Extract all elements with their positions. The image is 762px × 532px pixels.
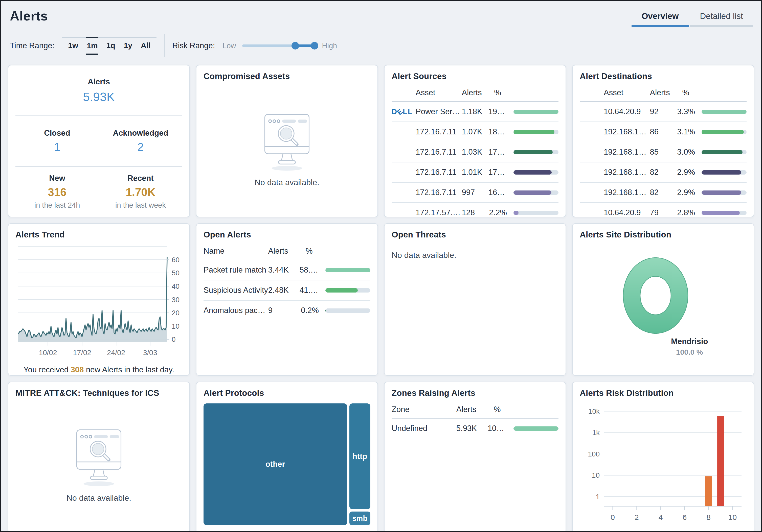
treemap-tile-other[interactable]: other — [203, 403, 347, 525]
site-percentage: 100.0 % — [671, 348, 708, 357]
pct-cell: 41.8% — [300, 286, 325, 295]
pct-cell: 17.0% — [489, 168, 513, 177]
open-threats-title: Open Threats — [392, 230, 559, 239]
risk-slider-handle-max[interactable] — [311, 42, 318, 49]
table-row[interactable]: DELL Power Series ... 1.18K 19.9% — [392, 102, 559, 122]
table-row[interactable]: 172.16.7.11 997 16.8% — [392, 183, 559, 203]
table-row[interactable]: Packet rule match 3.44K 58.1% — [203, 260, 370, 280]
table-row[interactable]: Undefined 5.93K 100.... — [392, 419, 559, 438]
svg-text:20: 20 — [172, 309, 180, 317]
asset-cell: 192.168.103.221 — [604, 188, 650, 197]
alerts-summary-card: Alerts 5.93K Closed 1 Acknowledged 2 New… — [8, 65, 190, 217]
asset-cell: 172.16.7.11 — [416, 127, 462, 136]
pct-bar — [702, 150, 747, 154]
tab-overview[interactable]: Overview — [631, 10, 689, 27]
time-range-option-1q[interactable]: 1q — [106, 37, 116, 54]
pct-cell: 17.4% — [489, 148, 513, 157]
alerts-cell: 997 — [462, 188, 489, 197]
table-row[interactable]: 172.16.7.11 1.07K 18.1% — [392, 122, 559, 142]
time-range-option-1y[interactable]: 1y — [123, 37, 133, 54]
asset-cell: 172.16.7.11 — [416, 188, 462, 197]
donut-slice-mendrisio[interactable] — [623, 258, 688, 333]
zones-title: Zones Raising Alerts — [392, 388, 559, 398]
table-row[interactable]: 192.168.103.221 86 3.1% — [580, 122, 747, 142]
time-range-option-1m[interactable]: 1m — [86, 36, 98, 55]
time-range-option-all[interactable]: All — [140, 37, 151, 54]
col-alerts: Alerts — [650, 88, 677, 97]
table-row[interactable]: Anomalous packets 9 0.2% — [203, 300, 370, 320]
filter-bar: Time Range: 1w 1m 1q 1y All Risk Range: … — [1, 27, 761, 65]
recent-sublabel: in the last week — [99, 201, 182, 209]
pct-bar — [702, 190, 747, 195]
pct-bar — [513, 150, 559, 154]
asset-cell: 172.16.7.11 — [416, 168, 462, 177]
pct-cell: 2.8% — [677, 208, 702, 217]
alerts-trend-footer: You received 308 new Alerts in the last … — [15, 365, 182, 374]
table-row[interactable]: 10.64.20.9 92 3.3% — [580, 102, 747, 122]
table-row[interactable]: 172.16.7.11 1.03K 17.4% — [392, 142, 559, 163]
pct-cell: 3.1% — [677, 127, 702, 136]
alerts-cell: 85 — [650, 148, 677, 157]
tab-detailed-list[interactable]: Detailed list — [689, 10, 754, 27]
mitre-title: MITRE ATT&CK: Techniques for ICS — [15, 388, 182, 398]
svg-text:6: 6 — [683, 513, 687, 521]
asset-cell: 192.168.103.221 — [604, 168, 650, 177]
alerts-status-section: Closed 1 Acknowledged 2 — [15, 115, 182, 166]
time-range-option-1w[interactable]: 1w — [67, 37, 79, 54]
risk-range-control: Low High — [222, 42, 337, 50]
zones-table: Zone Alerts % Undefined 5.93K 100.... — [392, 400, 559, 438]
page-title: Alerts — [10, 8, 48, 24]
risk-range-slider[interactable] — [242, 44, 316, 47]
risk-slider-handle-min[interactable] — [291, 42, 299, 49]
col-alerts: Alerts — [456, 405, 488, 414]
pct-cell: 2.9% — [677, 188, 702, 197]
compromised-assets-title: Compromised Assets — [203, 72, 370, 81]
col-pct: % — [488, 405, 513, 414]
svg-text:24/02: 24/02 — [107, 349, 125, 357]
dashboard-grid: Alerts 5.93K Closed 1 Acknowledged 2 New… — [1, 65, 761, 532]
risk-distribution-card: Alerts Risk Distribution 1101001k10k0246… — [572, 382, 754, 532]
recent-value[interactable]: 1.70K — [99, 186, 182, 199]
col-pct: % — [300, 246, 325, 256]
col-zone: Zone — [392, 405, 456, 414]
table-row[interactable]: 192.168.103.221 82 2.9% — [580, 183, 747, 203]
alerts-total-label: Alerts — [15, 77, 182, 86]
treemap-tile-http[interactable]: http — [349, 403, 370, 509]
new-value[interactable]: 316 — [15, 186, 99, 199]
pct-bar — [702, 170, 747, 174]
table-row[interactable]: 10.64.20.9 79 2.8% — [580, 203, 747, 217]
alerts-cell: 3.44K — [268, 265, 300, 275]
treemap-tile-smb[interactable]: smb — [349, 511, 370, 525]
table-row[interactable]: 172.17.57.206 128 2.2% — [392, 203, 559, 217]
new-alerts-count: 308 — [71, 365, 84, 374]
no-data-monitor-icon — [255, 112, 319, 174]
alerts-total-value[interactable]: 5.93K — [15, 90, 182, 104]
asset-cell: 10.64.20.9 — [604, 208, 650, 217]
acknowledged-value[interactable]: 2 — [99, 141, 182, 153]
table-row[interactable]: Suspicious Activity 2.48K 41.8% — [203, 280, 370, 300]
alerts-cell: 5.93K — [456, 424, 488, 433]
open-alerts-title: Open Alerts — [203, 230, 370, 239]
table-row[interactable]: 192.168.103.221 85 3.0% — [580, 142, 747, 163]
alert-protocols-title: Alert Protocols — [203, 388, 370, 398]
svg-text:3/03: 3/03 — [143, 349, 157, 357]
no-data-text: No data available. — [8, 493, 190, 503]
pct-bar — [513, 110, 559, 114]
svg-text:4: 4 — [658, 513, 663, 521]
risk-range-label: Risk Range: — [172, 41, 215, 50]
new-label: New — [15, 174, 99, 183]
asset-cell: 192.168.103.221 — [604, 127, 650, 136]
svg-text:10: 10 — [592, 471, 600, 479]
open-alerts-card: Open Alerts Name Alerts % Packet rule ma… — [196, 223, 378, 376]
risk-low-label: Low — [222, 42, 236, 50]
protocols-treemap: other http smb — [203, 403, 370, 525]
alerts-cell: 1.01K — [462, 168, 489, 177]
closed-value[interactable]: 1 — [15, 141, 99, 153]
svg-text:2: 2 — [635, 513, 639, 521]
site-distribution-donut — [580, 240, 747, 352]
open-alerts-table: Name Alerts % Packet rule match 3.44K 58… — [203, 241, 370, 320]
table-header-row: Zone Alerts % — [392, 400, 559, 419]
table-row[interactable]: 172.16.7.11 1.01K 17.0% — [392, 163, 559, 183]
table-row[interactable]: 192.168.103.221 82 2.9% — [580, 163, 747, 183]
name-cell: Anomalous packets — [203, 306, 268, 315]
